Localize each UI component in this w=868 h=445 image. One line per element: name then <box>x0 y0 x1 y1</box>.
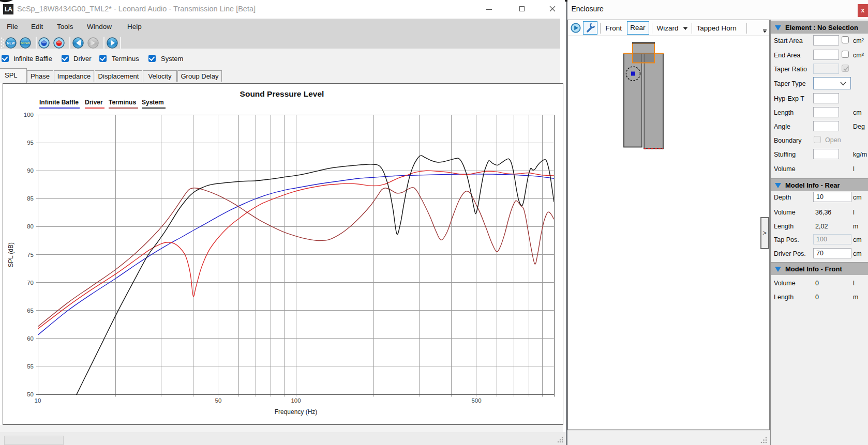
svg-text:80: 80 <box>27 223 34 229</box>
svg-text:Sound Pressure Level: Sound Pressure Level <box>240 89 324 98</box>
svg-text:100: 100 <box>24 112 34 118</box>
svg-text:70: 70 <box>27 280 34 286</box>
svg-text:100: 100 <box>291 397 301 404</box>
svg-text:60: 60 <box>27 335 34 342</box>
svg-text:50: 50 <box>215 397 222 404</box>
svg-text:Frequency (Hz): Frequency (Hz) <box>275 408 318 416</box>
svg-text:10: 10 <box>35 397 41 404</box>
svg-text:SPL (dB): SPL (dB) <box>7 242 14 267</box>
svg-text:85: 85 <box>27 195 34 202</box>
svg-text:65: 65 <box>27 308 34 314</box>
svg-text:90: 90 <box>27 167 34 174</box>
svg-text:95: 95 <box>27 140 34 146</box>
svg-text:75: 75 <box>27 252 34 258</box>
svg-text:500: 500 <box>471 397 481 404</box>
svg-text:NEW: NEW <box>7 41 16 45</box>
svg-text:55: 55 <box>27 363 34 370</box>
svg-text:OPEN: OPEN <box>21 41 29 44</box>
svg-text:50: 50 <box>27 391 34 397</box>
